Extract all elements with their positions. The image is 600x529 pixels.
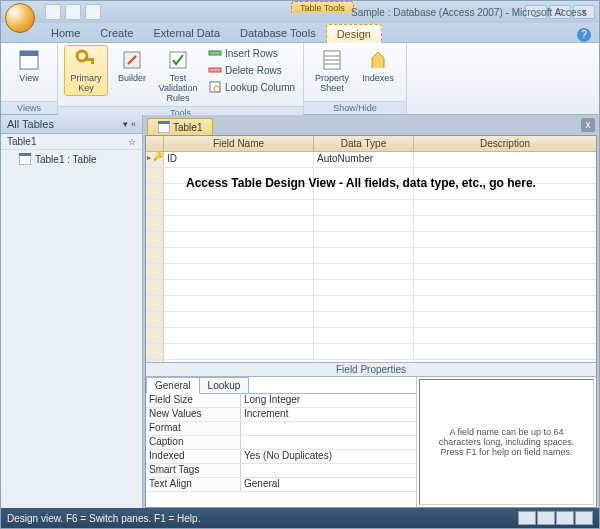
property-value[interactable]: Long Integer: [241, 394, 416, 407]
quick-access-toolbar: [45, 4, 101, 20]
group-showhide: Property Sheet Indexes Show/Hide: [304, 43, 407, 114]
grid-body[interactable]: ID AutoNumber Access Table Design View -…: [146, 152, 596, 362]
property-value[interactable]: [241, 464, 416, 477]
grid-row[interactable]: [146, 216, 596, 232]
design-view-button[interactable]: [537, 511, 555, 525]
document-tabs: Table1 x: [143, 115, 599, 135]
grid-row[interactable]: [146, 264, 596, 280]
row-selector[interactable]: [146, 344, 164, 359]
document-area: Table1 x Field Name Data Type Descriptio…: [143, 115, 599, 508]
grid-row[interactable]: [146, 360, 596, 362]
nav-group-table1[interactable]: Table1 ☆: [1, 134, 142, 150]
indexes-button[interactable]: Indexes: [356, 45, 400, 86]
datasheet-view-button[interactable]: [518, 511, 536, 525]
col-data-type[interactable]: Data Type: [314, 136, 414, 151]
property-sheet-button[interactable]: Property Sheet: [310, 45, 354, 96]
property-name: Indexed: [146, 450, 241, 463]
property-grid[interactable]: Field SizeLong IntegerNew ValuesIncremen…: [146, 394, 416, 507]
row-selector[interactable]: [146, 152, 164, 167]
property-row[interactable]: Field SizeLong Integer: [146, 394, 416, 408]
delete-rows-button[interactable]: Delete Rows: [206, 62, 297, 78]
row-selector[interactable]: [146, 328, 164, 343]
lookup-column-button[interactable]: Lookup Column: [206, 79, 297, 95]
tab-lookup[interactable]: Lookup: [199, 377, 250, 393]
property-row[interactable]: Text AlignGeneral: [146, 478, 416, 492]
insert-rows-button[interactable]: Insert Rows: [206, 45, 297, 61]
col-field-name[interactable]: Field Name: [164, 136, 314, 151]
status-text: Design view. F6 = Switch panes. F1 = Hel…: [7, 513, 200, 524]
property-row[interactable]: Format: [146, 422, 416, 436]
tab-external-data[interactable]: External Data: [143, 24, 230, 42]
key-icon: [74, 48, 98, 72]
row-selector[interactable]: [146, 232, 164, 247]
row-selector[interactable]: [146, 216, 164, 231]
property-row[interactable]: Caption: [146, 436, 416, 450]
contextual-tab-label: Table Tools: [291, 1, 354, 13]
collapse-icon: ☆: [128, 137, 136, 147]
svg-rect-8: [209, 68, 221, 72]
property-row[interactable]: IndexedYes (No Duplicates): [146, 450, 416, 464]
cell-description[interactable]: [414, 152, 596, 167]
row-selector[interactable]: [146, 296, 164, 311]
row-selector[interactable]: [146, 280, 164, 295]
property-name: Caption: [146, 436, 241, 449]
row-selector[interactable]: [146, 312, 164, 327]
chart-view-button[interactable]: [575, 511, 593, 525]
row-selector[interactable]: [146, 200, 164, 215]
doc-tab-table1[interactable]: Table1: [147, 118, 213, 135]
test-validation-button[interactable]: Test Validation Rules: [156, 45, 200, 106]
svg-rect-7: [209, 51, 221, 55]
qat-save-icon[interactable]: [45, 4, 61, 20]
tab-create[interactable]: Create: [90, 24, 143, 42]
grid-row[interactable]: [146, 248, 596, 264]
row-selector[interactable]: [146, 264, 164, 279]
view-button[interactable]: View: [7, 45, 51, 86]
property-row[interactable]: New ValuesIncrement: [146, 408, 416, 422]
tab-general[interactable]: General: [146, 377, 200, 394]
row-selector[interactable]: [146, 248, 164, 263]
property-row[interactable]: Smart Tags: [146, 464, 416, 478]
navigation-pane: All Tables ▾ « Table1 ☆ Table1 : Table: [1, 115, 143, 508]
tab-database-tools[interactable]: Database Tools: [230, 24, 326, 42]
grid-row[interactable]: [146, 232, 596, 248]
table-icon: [19, 153, 31, 165]
row-selector[interactable]: [146, 168, 164, 183]
svg-rect-16: [19, 153, 31, 156]
property-value[interactable]: General: [241, 478, 416, 491]
grid-row[interactable]: [146, 200, 596, 216]
col-description[interactable]: Description: [414, 136, 596, 151]
office-button[interactable]: [5, 3, 35, 33]
grid-row[interactable]: [146, 280, 596, 296]
grid-row[interactable]: [146, 344, 596, 360]
props-tabs: General Lookup: [146, 377, 416, 394]
titlebar: Table Tools Sample : Database (Access 20…: [1, 1, 599, 23]
ribbon: View Views Primary Key Builder Test Vali…: [1, 43, 599, 115]
qat-undo-icon[interactable]: [65, 4, 81, 20]
property-value[interactable]: [241, 436, 416, 449]
doc-close-button[interactable]: x: [581, 118, 595, 132]
nav-item-table1[interactable]: Table1 : Table: [1, 150, 142, 168]
help-icon[interactable]: ?: [577, 28, 591, 42]
property-sheet-icon: [320, 48, 344, 72]
primary-key-button[interactable]: Primary Key: [64, 45, 108, 96]
tab-home[interactable]: Home: [41, 24, 90, 42]
row-selector[interactable]: [146, 360, 164, 362]
pivot-view-button[interactable]: [556, 511, 574, 525]
grid-row[interactable]: [146, 296, 596, 312]
grid-row[interactable]: [146, 328, 596, 344]
builder-button[interactable]: Builder: [110, 45, 154, 86]
grid-row[interactable]: [146, 312, 596, 328]
cell-data-type[interactable]: AutoNumber: [314, 152, 414, 167]
qat-redo-icon[interactable]: [85, 4, 101, 20]
property-value[interactable]: Increment: [241, 408, 416, 421]
grid-row[interactable]: ID AutoNumber: [146, 152, 596, 168]
delete-row-icon: [208, 63, 222, 77]
property-value[interactable]: Yes (No Duplicates): [241, 450, 416, 463]
property-value[interactable]: [241, 422, 416, 435]
indexes-icon: [366, 48, 390, 72]
group-tools: Primary Key Builder Test Validation Rule…: [58, 43, 304, 114]
nav-header[interactable]: All Tables ▾ «: [1, 115, 142, 134]
tab-design[interactable]: Design: [326, 24, 382, 43]
row-selector[interactable]: [146, 184, 164, 199]
cell-field-name[interactable]: ID: [164, 152, 314, 167]
